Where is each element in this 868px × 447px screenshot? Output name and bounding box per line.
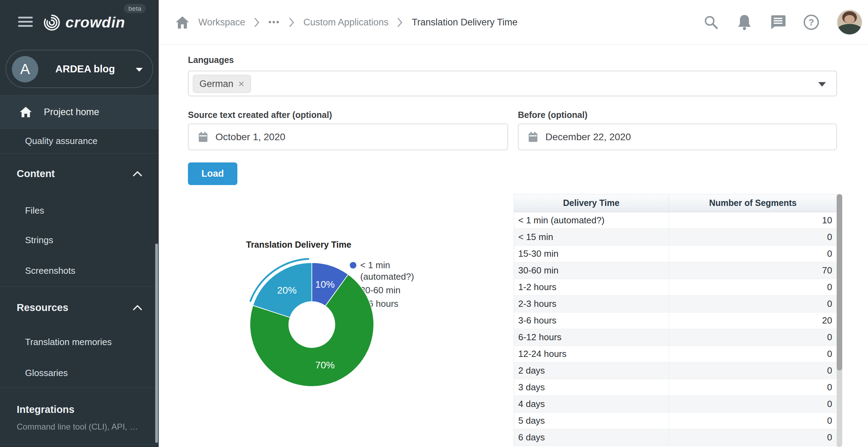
breadcrumb-workspace[interactable]: Workspace [198, 17, 245, 28]
table-scrollbar-thumb[interactable] [837, 194, 842, 370]
date-after-input[interactable]: October 1, 2020 [188, 123, 508, 150]
calendar-icon [198, 132, 208, 142]
sidebar-item-label: Quality assurance [25, 136, 97, 146]
user-avatar[interactable] [837, 9, 862, 35]
after-date-value: October 1, 2020 [215, 131, 285, 143]
sidebar-item-strings[interactable]: Strings [0, 232, 159, 248]
divider [0, 444, 159, 445]
before-date-value: December 22, 2020 [545, 131, 631, 143]
sidebar-item-screenshots[interactable]: Screenshots [0, 263, 159, 278]
table-row[interactable]: 3-6 hours20 [514, 312, 837, 329]
sidebar-item-label: Files [25, 205, 44, 216]
segments-cell: 0 [669, 362, 837, 379]
table-row[interactable]: 1-2 hours0 [514, 279, 837, 295]
delivery-time-cell: 6 days [514, 429, 669, 446]
language-tag-label: German [199, 79, 234, 89]
divider [0, 286, 159, 287]
divider [0, 388, 159, 388]
segments-cell: 0 [669, 295, 837, 312]
sidebar-scrollbar[interactable] [155, 244, 158, 443]
table-row[interactable]: 3 days0 [514, 379, 837, 396]
breadcrumb-current: Translation Delivery Time [412, 17, 518, 28]
segments-cell: 0 [669, 229, 837, 245]
chevron-right-icon [254, 18, 260, 27]
sidebar-item-label: Project home [44, 107, 99, 118]
top-icons: ? [703, 0, 862, 45]
app-window: crowdin beta A ARDEA blog Project home Q… [0, 0, 868, 447]
table-row[interactable]: 6 days0 [514, 429, 837, 446]
help-icon[interactable]: ? [803, 14, 819, 30]
table-row[interactable]: < 15 min0 [514, 229, 837, 245]
slice-percent-label: 10% [315, 279, 335, 290]
notifications-bell-icon[interactable] [736, 14, 752, 30]
table-row[interactable]: 6-12 hours0 [514, 329, 837, 345]
project-selector[interactable]: A ARDEA blog [6, 50, 153, 88]
sidebar-item-glossaries[interactable]: Glossaries [0, 365, 159, 381]
crowdin-logo[interactable]: crowdin [41, 12, 125, 33]
sidebar-item-label: Translation memories [25, 337, 112, 348]
chevron-right-icon [289, 18, 294, 27]
table-row[interactable]: < 1 min (automated?)10 [514, 212, 837, 229]
sidebar-section-integrations[interactable]: Integrations [0, 400, 159, 419]
table-row[interactable]: 30-60 min70 [514, 262, 837, 279]
column-header-number-of-segments[interactable]: Number of Segments [669, 194, 837, 212]
segments-cell: 0 [669, 245, 837, 262]
segments-cell: 0 [669, 279, 837, 295]
sidebar-item-project-home[interactable]: Project home [0, 95, 159, 129]
sidebar-section-content[interactable]: Content [0, 163, 159, 184]
sidebar-item-files[interactable]: Files [0, 203, 159, 218]
segments-cell: 0 [669, 329, 837, 345]
integrations-subtitle: Command line tool (CLI), API, … [17, 422, 138, 432]
menu-icon[interactable] [18, 17, 33, 28]
table-header-row: Delivery Time Number of Segments [514, 194, 837, 212]
sidebar-item-quality-assurance[interactable]: Quality assurance [0, 129, 159, 153]
sidebar-item-label: Strings [25, 235, 53, 246]
delivery-time-cell: < 1 min (automated?) [514, 212, 669, 229]
languages-select[interactable]: German × [188, 71, 837, 96]
sidebar: crowdin beta A ARDEA blog Project home Q… [0, 0, 159, 447]
date-before-input[interactable]: December 22, 2020 [518, 123, 837, 150]
sidebar-item-translation-memories[interactable]: Translation memories [0, 334, 159, 350]
table-row[interactable]: 4 days0 [514, 396, 837, 412]
sidebar-section-resources[interactable]: Resources [0, 297, 159, 318]
calendar-icon [528, 132, 538, 142]
caret-down-icon [136, 68, 143, 72]
delivery-time-cell: < 15 min [514, 229, 669, 245]
segments-cell: 70 [669, 262, 837, 279]
delivery-time-cell: 4 days [514, 396, 669, 412]
breadcrumb-ellipsis[interactable]: ••• [269, 18, 280, 27]
breadcrumb-home-icon[interactable] [175, 16, 189, 29]
column-header-delivery-time[interactable]: Delivery Time [514, 194, 669, 212]
delivery-time-cell: 12-24 hours [514, 345, 669, 362]
table-row[interactable]: 2-3 hours0 [514, 295, 837, 312]
breadcrumb-custom-applications[interactable]: Custom Applications [303, 17, 389, 28]
delivery-time-cell: 3-6 hours [514, 312, 669, 329]
donut-chart[interactable]: 10%70%20% [244, 257, 380, 392]
segments-cell: 0 [669, 412, 837, 429]
messages-icon[interactable] [770, 14, 786, 30]
breadcrumb: Workspace ••• Custom Applications Transl… [175, 0, 518, 45]
delivery-time-cell: 15-30 min [514, 245, 669, 262]
slice-percent-label: 70% [315, 360, 335, 370]
table-row[interactable]: 5 days0 [514, 412, 837, 429]
table-row[interactable]: 2 days0 [514, 362, 837, 379]
divider [0, 153, 159, 153]
delivery-time-cell: 1-2 hours [514, 279, 669, 295]
remove-tag-icon[interactable]: × [238, 79, 245, 89]
project-name: ARDEA blog [55, 63, 115, 75]
delivery-time-cell: 6-12 hours [514, 329, 669, 345]
load-button[interactable]: Load [188, 162, 237, 185]
chevron-up-icon [133, 171, 142, 176]
after-date-label: Source text created after (optional) [188, 110, 332, 120]
before-date-label: Before (optional) [518, 110, 587, 120]
table-row[interactable]: 12-24 hours0 [514, 345, 837, 362]
svg-text:?: ? [808, 17, 814, 27]
table-row[interactable]: 15-30 min0 [514, 245, 837, 262]
search-icon[interactable] [703, 14, 719, 30]
top-bar: Workspace ••• Custom Applications Transl… [159, 0, 868, 45]
section-label: Resources [17, 302, 68, 313]
project-avatar: A [12, 56, 38, 82]
sidebar-header: crowdin beta [0, 0, 159, 45]
chevron-right-icon [397, 18, 403, 27]
delivery-table: Delivery Time Number of Segments < 1 min… [514, 194, 837, 447]
